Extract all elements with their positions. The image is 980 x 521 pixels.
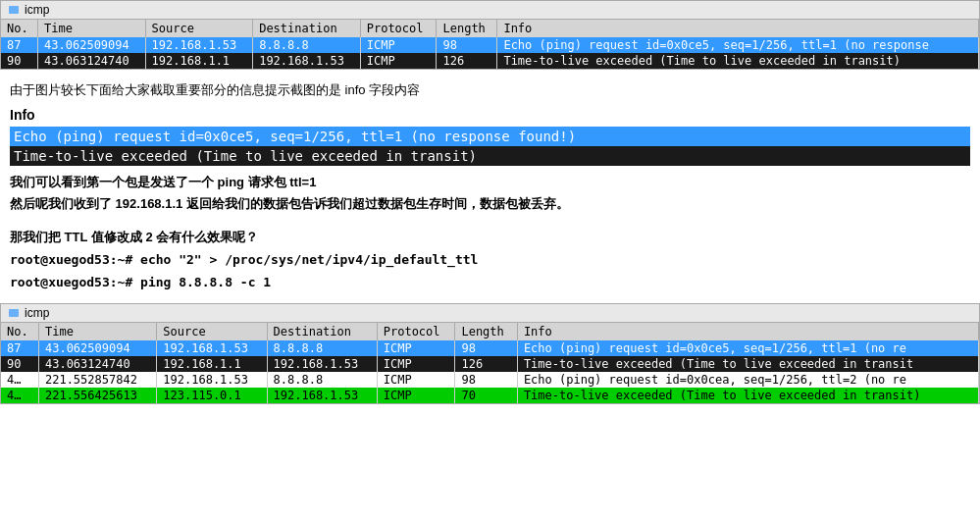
wireshark-section-2: icmp No. Time Source Destination Protoco… bbox=[0, 303, 980, 404]
col-time-2[interactable]: Time bbox=[38, 323, 156, 340]
col-dest-2[interactable]: Destination bbox=[267, 323, 377, 340]
wireshark-icon-1 bbox=[7, 3, 21, 17]
wireshark-section-1: icmp No. Time Source Destination Protoco… bbox=[0, 0, 980, 70]
table2-title: icmp bbox=[25, 306, 49, 320]
info-row: Time-to-live exceeded (Time to live exce… bbox=[10, 146, 970, 166]
packet-table-1: No. Time Source Destination Protocol Len… bbox=[1, 20, 979, 69]
wireshark-icon-2 bbox=[7, 306, 21, 320]
wireshark-titlebar-2: icmp bbox=[1, 304, 979, 323]
question-text: 那我们把 TTL 值修改成 2 会有什么效果呢？ bbox=[10, 229, 970, 246]
table-row[interactable]: 4…221.552857842192.168.1.538.8.8.8ICMP98… bbox=[1, 372, 979, 388]
info-section: Info Echo (ping) request id=0x0ce5, seq=… bbox=[10, 107, 970, 166]
wireshark-titlebar-1: icmp bbox=[1, 1, 979, 20]
table-row[interactable]: 8743.062509094192.168.1.538.8.8.8ICMP98E… bbox=[1, 37, 979, 53]
info-row: Echo (ping) request id=0x0ce5, seq=1/256… bbox=[10, 127, 970, 146]
content-area: 由于图片较长下面给大家截取重要部分的信息提示截图的是 info 字段内容 Inf… bbox=[0, 70, 980, 303]
explanation-2: 然后呢我们收到了 192.168.1.1 返回给我们的数据包告诉我们超过数据包生… bbox=[10, 195, 970, 213]
info-box: Echo (ping) request id=0x0ce5, seq=1/256… bbox=[10, 127, 970, 166]
col-dest-1[interactable]: Destination bbox=[253, 20, 361, 37]
col-no-1[interactable]: No. bbox=[1, 20, 38, 37]
explanation-1: 我们可以看到第一个包是发送了一个 ping 请求包 ttl=1 bbox=[10, 174, 970, 191]
table-row[interactable]: 9043.063124740192.168.1.1192.168.1.53ICM… bbox=[1, 53, 979, 69]
col-info-2[interactable]: Info bbox=[517, 323, 978, 340]
col-proto-1[interactable]: Protocol bbox=[360, 20, 437, 37]
col-length-2[interactable]: Length bbox=[455, 323, 517, 340]
table-row[interactable]: 9043.063124740192.168.1.1192.168.1.53ICM… bbox=[1, 356, 979, 372]
col-source-1[interactable]: Source bbox=[145, 20, 253, 37]
command-2: root@xuegod53:~# ping 8.8.8.8 -c 1 bbox=[10, 273, 970, 291]
col-info-1[interactable]: Info bbox=[497, 20, 979, 37]
table1-title: icmp bbox=[25, 3, 49, 17]
info-label: Info bbox=[10, 107, 970, 123]
svg-rect-3 bbox=[9, 309, 19, 317]
col-no-2[interactable]: No. bbox=[1, 323, 38, 340]
packet-table-2: No. Time Source Destination Protocol Len… bbox=[1, 323, 979, 403]
annotation-text: 由于图片较长下面给大家截取重要部分的信息提示截图的是 info 字段内容 bbox=[10, 81, 970, 99]
col-time-1[interactable]: Time bbox=[38, 20, 146, 37]
table-row[interactable]: 4…221.556425613123.115.0.1192.168.1.53IC… bbox=[1, 388, 979, 403]
svg-rect-1 bbox=[9, 6, 19, 14]
col-proto-2[interactable]: Protocol bbox=[377, 323, 455, 340]
table-row[interactable]: 8743.062509094192.168.1.538.8.8.8ICMP98E… bbox=[1, 340, 979, 356]
col-length-1[interactable]: Length bbox=[437, 20, 497, 37]
command-1: root@xuegod53:~# echo "2" > /proc/sys/ne… bbox=[10, 250, 970, 269]
col-source-2[interactable]: Source bbox=[157, 323, 267, 340]
